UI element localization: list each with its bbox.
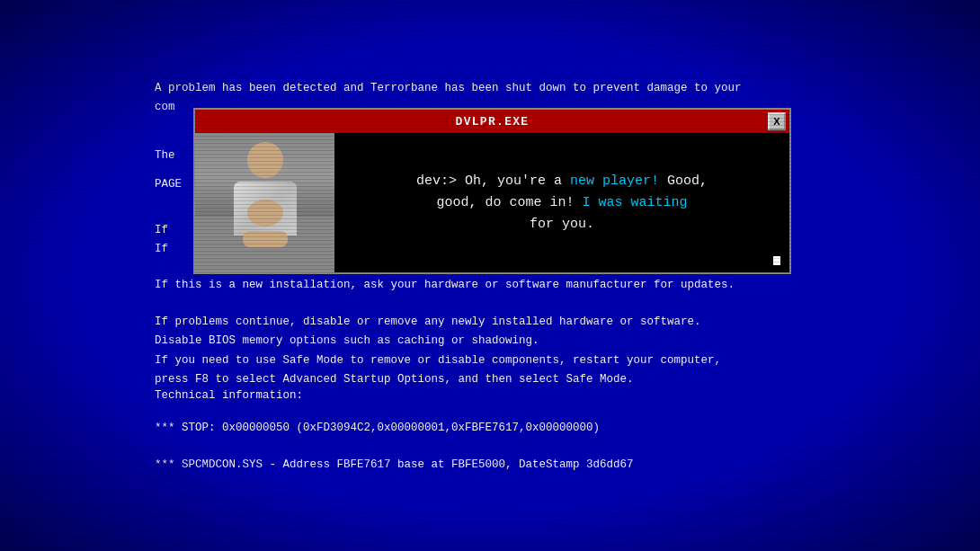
- close-icon: X: [773, 116, 780, 127]
- bsod-prob-3: If you need to use Safe Mode to remove o…: [155, 351, 832, 370]
- figure-head: [247, 142, 283, 178]
- bsod-page-text: PAGE: [155, 175, 182, 194]
- bsod-problems-block: If problems continue, disable or remove …: [155, 313, 832, 389]
- dvlpr-titlebar: DVLPR.EXE X: [195, 110, 789, 133]
- character-figure: [195, 133, 334, 272]
- dvlpr-character-image: [195, 133, 334, 272]
- dialog-text-white1: Oh, you're a: [465, 173, 562, 189]
- dialog-prompt: dev:>: [416, 173, 457, 189]
- dvlpr-dialog-panel: dev:> Oh, you're a new player! Good, goo…: [334, 133, 789, 272]
- dvlpr-content-area: dev:> Oh, you're a new player! Good, goo…: [195, 133, 789, 272]
- dvlpr-window-title: DVLPR.EXE: [456, 115, 530, 129]
- dvlpr-cursor: [773, 256, 780, 265]
- figure-hands: [243, 231, 288, 247]
- bsod-line-1: A problem has been detected and Terrorba…: [155, 79, 832, 98]
- bsod-technical-label: Technical information:: [155, 387, 303, 405]
- dvlpr-window: DVLPR.EXE X dev:> Oh, you're a: [193, 108, 791, 274]
- dialog-text-white4: for you.: [530, 217, 594, 232]
- bsod-prob-2: Disable BIOS memory options such as cach…: [155, 332, 832, 351]
- bsod-spc-line: *** SPCMDCON.SYS - Address FBFE7617 base…: [155, 456, 634, 475]
- dvlpr-close-button[interactable]: X: [768, 112, 786, 130]
- bsod-if2: If: [155, 240, 168, 259]
- bsod-technical-text: Technical information:: [155, 389, 303, 402]
- bsod-the-label: The: [155, 149, 175, 162]
- figure-body: [234, 182, 297, 236]
- bsod-prob-1: If problems continue, disable or remove …: [155, 313, 832, 332]
- dvlpr-dialog-text: dev:> Oh, you're a new player! Good, goo…: [416, 171, 708, 236]
- dialog-text-cyan2: I was waiting: [583, 195, 688, 210]
- bsod-the-text: The: [155, 147, 175, 165]
- dialog-text-white3: good, do come in!: [436, 195, 574, 210]
- bsod-spc-text: *** SPCMDCON.SYS - Address FBFE7617 base…: [155, 458, 634, 471]
- bsod-check-new-text: If this is a new installation, ask your …: [155, 279, 735, 291]
- bsod-stop-text: *** STOP: 0x00000050 (0xFD3094C2,0x00000…: [155, 422, 600, 434]
- dialog-text-cyan1: new player!: [570, 173, 659, 189]
- dialog-text-good: Good,: [667, 173, 708, 189]
- bsod-stop-line: *** STOP: 0x00000050 (0xFD3094C2,0x00000…: [155, 419, 600, 438]
- bsod-check-new: If this is a new installation, ask your …: [155, 276, 832, 295]
- bsod-if-text: If If: [155, 221, 168, 258]
- bsod-page-label: PAGE: [155, 178, 182, 191]
- bsod-if1: If: [155, 221, 168, 240]
